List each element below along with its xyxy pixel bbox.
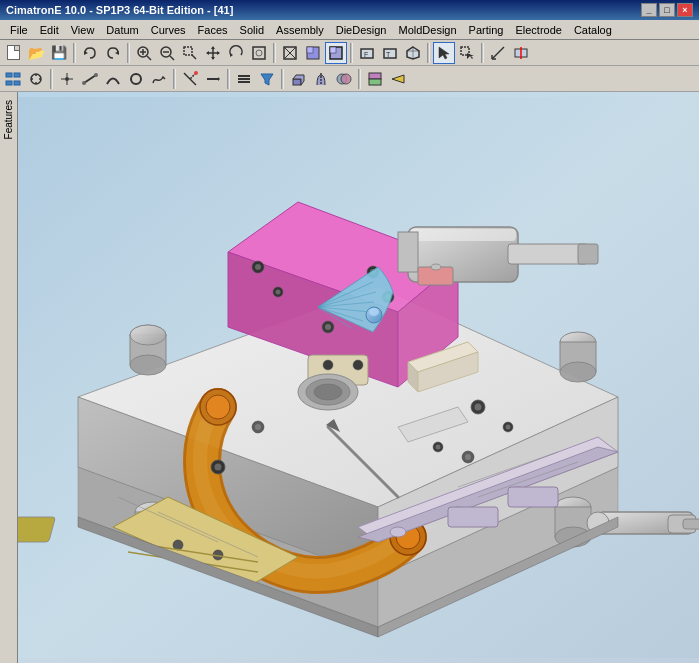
svg-rect-26: [330, 47, 336, 53]
svg-marker-1: [115, 51, 119, 55]
circle-button[interactable]: [125, 68, 147, 90]
menu-view[interactable]: View: [65, 22, 101, 38]
maximize-button[interactable]: □: [659, 3, 675, 17]
main-area: Features: [0, 92, 699, 663]
svg-rect-147: [448, 507, 498, 527]
menu-molddesign[interactable]: MoldDesign: [392, 22, 462, 38]
toolbar-separator-6: [481, 43, 484, 63]
open-button[interactable]: 📂: [25, 42, 47, 64]
svg-point-110: [276, 290, 281, 295]
menu-datum[interactable]: Datum: [100, 22, 144, 38]
filter-button[interactable]: [256, 68, 278, 90]
svg-marker-69: [261, 74, 273, 85]
toolbar2-sep-1: [50, 69, 53, 89]
left-sidebar: Features: [0, 92, 18, 663]
toolbar-row-1: 📂 💾 F T: [0, 40, 699, 66]
trim-button[interactable]: [179, 68, 201, 90]
rotate-button[interactable]: [225, 42, 247, 64]
toolbar-separator-1: [73, 43, 76, 63]
title-bar-buttons: _ □ ×: [641, 3, 693, 17]
toolbar-separator-2: [127, 43, 130, 63]
save-button[interactable]: 💾: [48, 42, 70, 64]
svg-rect-152: [683, 519, 699, 529]
parting-button[interactable]: [387, 68, 409, 90]
menu-solid[interactable]: Solid: [234, 22, 270, 38]
select-button[interactable]: [433, 42, 455, 64]
menu-curves[interactable]: Curves: [145, 22, 192, 38]
viewport[interactable]: [18, 92, 699, 663]
svg-rect-137: [18, 517, 55, 542]
redo-button[interactable]: [102, 42, 124, 64]
menu-parting[interactable]: Parting: [463, 22, 510, 38]
svg-marker-15: [206, 51, 209, 55]
svg-rect-42: [6, 73, 12, 77]
svg-rect-114: [578, 244, 598, 264]
zoom-out-button[interactable]: [156, 42, 178, 64]
menu-assembly[interactable]: Assembly: [270, 22, 330, 38]
svg-rect-68: [238, 81, 250, 83]
svg-rect-18: [253, 47, 265, 59]
snap-button[interactable]: [25, 68, 47, 90]
menu-catalog[interactable]: Catalog: [568, 22, 618, 38]
svg-text:T: T: [386, 51, 391, 58]
svg-marker-0: [84, 51, 88, 55]
svg-marker-77: [392, 75, 404, 83]
svg-line-8: [170, 56, 174, 60]
svg-rect-44: [6, 81, 12, 85]
svg-rect-75: [369, 73, 381, 79]
menu-file[interactable]: File: [4, 22, 34, 38]
select-box-button[interactable]: [456, 42, 478, 64]
svg-rect-43: [14, 73, 20, 77]
front-view-button[interactable]: F: [356, 42, 378, 64]
fit-all-button[interactable]: [248, 42, 270, 64]
undo-button[interactable]: [79, 42, 101, 64]
menu-diedesign[interactable]: DieDesign: [330, 22, 393, 38]
svg-marker-16: [217, 51, 220, 55]
toolbar-separator-3: [273, 43, 276, 63]
top-view-button[interactable]: T: [379, 42, 401, 64]
close-button[interactable]: ×: [677, 3, 693, 17]
arc-button[interactable]: [102, 68, 124, 90]
svg-rect-70: [293, 79, 301, 85]
shaded-button[interactable]: [302, 42, 324, 64]
menu-electrode[interactable]: Electrode: [509, 22, 567, 38]
svg-marker-13: [211, 46, 215, 49]
svg-line-37: [492, 47, 504, 59]
svg-line-56: [84, 75, 96, 83]
line-button[interactable]: [79, 68, 101, 90]
features-label[interactable]: Features: [1, 96, 16, 143]
extend-button[interactable]: [202, 68, 224, 90]
svg-point-58: [94, 73, 98, 77]
wireframe-button[interactable]: [279, 42, 301, 64]
toolbar2-sep-4: [281, 69, 284, 89]
measure-button[interactable]: [487, 42, 509, 64]
svg-marker-34: [439, 47, 449, 59]
toolbar-separator-5: [427, 43, 430, 63]
menu-faces[interactable]: Faces: [192, 22, 234, 38]
iso-view-button[interactable]: [402, 42, 424, 64]
minimize-button[interactable]: _: [641, 3, 657, 17]
point-button[interactable]: [56, 68, 78, 90]
boolean-button[interactable]: [333, 68, 355, 90]
layers-button[interactable]: [233, 68, 255, 90]
pan-button[interactable]: [202, 42, 224, 64]
mold-wizard-button[interactable]: [364, 68, 386, 90]
section-button[interactable]: [510, 42, 532, 64]
menu-bar: File Edit View Datum Curves Faces Solid …: [0, 20, 699, 40]
toolbar-row-2: [0, 66, 699, 92]
revolve-button[interactable]: [310, 68, 332, 90]
zoom-in-button[interactable]: [133, 42, 155, 64]
svg-point-62: [194, 71, 198, 75]
zoom-window-button[interactable]: [179, 42, 201, 64]
feature-tree-button[interactable]: [2, 68, 24, 90]
svg-rect-113: [508, 244, 588, 264]
extrude-button[interactable]: [287, 68, 309, 90]
menu-edit[interactable]: Edit: [34, 22, 65, 38]
spline-button[interactable]: [148, 68, 170, 90]
toolbar2-sep-2: [173, 69, 176, 89]
new-button[interactable]: [2, 42, 24, 64]
toolbar2-sep-5: [358, 69, 361, 89]
svg-rect-45: [14, 81, 20, 85]
svg-marker-65: [218, 77, 220, 81]
shaded-edges-button[interactable]: [325, 42, 347, 64]
